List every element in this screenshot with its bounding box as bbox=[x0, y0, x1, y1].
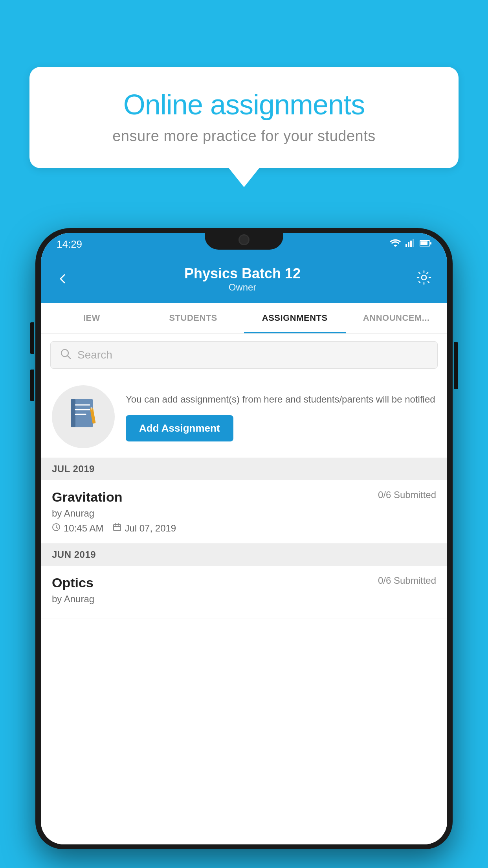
front-camera bbox=[238, 234, 250, 245]
assignment-name: Gravitation bbox=[52, 489, 122, 505]
svg-rect-5 bbox=[420, 241, 427, 245]
wifi-icon bbox=[390, 239, 401, 249]
back-button[interactable] bbox=[57, 270, 68, 288]
search-placeholder: Search bbox=[77, 349, 112, 361]
battery-icon bbox=[420, 239, 431, 249]
assignment-name-optics: Optics bbox=[52, 575, 94, 590]
settings-button[interactable] bbox=[416, 270, 431, 289]
search-container: Search bbox=[41, 334, 447, 376]
search-bar[interactable]: Search bbox=[50, 341, 438, 369]
assignment-icon-circle bbox=[52, 385, 115, 448]
bubble-subtitle: ensure more practice for your students bbox=[57, 128, 431, 145]
notebook-icon bbox=[68, 397, 99, 437]
tab-students[interactable]: STUDENTS bbox=[143, 303, 244, 333]
assignment-item-optics[interactable]: Optics 0/6 Submitted by Anurag bbox=[41, 566, 447, 618]
svg-point-7 bbox=[422, 275, 426, 280]
app-header: Physics Batch 12 Owner bbox=[41, 256, 447, 303]
assignment-submitted-optics: 0/6 Submitted bbox=[378, 575, 436, 586]
power-button bbox=[454, 342, 458, 389]
content-area: Search bbox=[41, 334, 447, 844]
speech-bubble-container: Online assignments ensure more practice … bbox=[29, 67, 459, 168]
svg-line-9 bbox=[68, 356, 71, 359]
status-icons bbox=[390, 239, 431, 249]
phone-notch bbox=[205, 228, 283, 250]
signal-icon bbox=[405, 239, 415, 249]
svg-rect-3 bbox=[413, 239, 414, 247]
svg-rect-2 bbox=[410, 241, 412, 247]
svg-rect-0 bbox=[405, 244, 407, 247]
assignment-time: 10:45 AM bbox=[52, 523, 103, 534]
assignment-by-optics: by Anurag bbox=[52, 594, 436, 605]
section-header-jul: JUL 2019 bbox=[41, 458, 447, 480]
calendar-icon bbox=[113, 523, 121, 534]
assignment-meta: 10:45 AM Jul 07, 201 bbox=[52, 523, 436, 534]
search-icon bbox=[60, 348, 71, 362]
svg-rect-6 bbox=[430, 242, 431, 245]
promo-right: You can add assignment(s) from here and … bbox=[126, 392, 436, 441]
phone-body: 14:29 bbox=[35, 228, 453, 849]
tab-assignments[interactable]: ASSIGNMENTS bbox=[244, 303, 346, 333]
assignment-submitted: 0/6 Submitted bbox=[378, 489, 436, 500]
clock-icon bbox=[52, 523, 61, 534]
status-time: 14:29 bbox=[57, 238, 82, 250]
svg-line-20 bbox=[56, 527, 58, 528]
header-title-area: Physics Batch 12 Owner bbox=[184, 265, 301, 293]
phone-frame: 14:29 bbox=[35, 228, 453, 868]
promo-block: You can add assignment(s) from here and … bbox=[41, 376, 447, 458]
assignment-top: Gravitation 0/6 Submitted bbox=[52, 489, 436, 505]
tabs-bar: IEW STUDENTS ASSIGNMENTS ANNOUNCEM... bbox=[41, 303, 447, 334]
tab-iew[interactable]: IEW bbox=[41, 303, 143, 333]
header-title: Physics Batch 12 bbox=[184, 265, 301, 282]
volume-up-button bbox=[30, 322, 34, 354]
svg-rect-1 bbox=[408, 242, 409, 247]
volume-down-button bbox=[30, 370, 34, 401]
svg-rect-21 bbox=[114, 524, 121, 531]
header-subtitle: Owner bbox=[184, 282, 301, 293]
svg-rect-12 bbox=[71, 399, 75, 427]
assignment-top-optics: Optics 0/6 Submitted bbox=[52, 575, 436, 590]
add-assignment-button[interactable]: Add Assignment bbox=[126, 415, 233, 441]
speech-bubble: Online assignments ensure more practice … bbox=[29, 67, 459, 168]
assignment-by: by Anurag bbox=[52, 508, 436, 519]
bubble-title: Online assignments bbox=[57, 88, 431, 121]
section-header-jun: JUN 2019 bbox=[41, 544, 447, 566]
assignment-date: Jul 07, 2019 bbox=[113, 523, 176, 534]
phone-screen: 14:29 bbox=[41, 233, 447, 844]
promo-description: You can add assignment(s) from here and … bbox=[126, 392, 436, 406]
tab-announcements[interactable]: ANNOUNCEM... bbox=[346, 303, 448, 333]
assignment-item-gravitation[interactable]: Gravitation 0/6 Submitted by Anurag bbox=[41, 480, 447, 544]
